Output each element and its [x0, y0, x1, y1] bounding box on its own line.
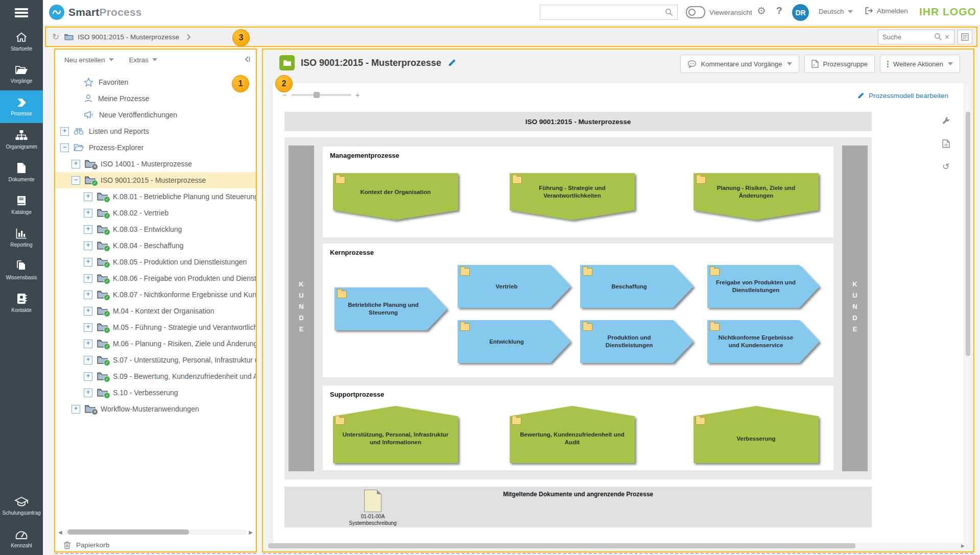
- tree-item-s-07-unterstützung-personal[interactable]: +✓S.07 - Unterstützung, Personal, Infras…: [55, 352, 256, 368]
- zoom-in-icon[interactable]: +: [355, 90, 360, 99]
- breadcrumb[interactable]: ISO 9001:2015 - Musterprozesse: [64, 33, 179, 41]
- collapse-panel-icon[interactable]: [244, 56, 251, 63]
- process-shape[interactable]: Kontext der Organisation: [333, 173, 458, 220]
- edit-process-model-link[interactable]: Prozessmodell bearbeiten: [857, 91, 948, 100]
- tree-item-m-05-führung-strategie-und[interactable]: +✓M.05 - Führung - Strategie und Verantw…: [55, 319, 256, 335]
- tree-item-favoriten[interactable]: Favoriten: [55, 74, 256, 90]
- expand-plus-icon[interactable]: +: [84, 323, 92, 332]
- sidebar-item-prozesse[interactable]: Prozesse: [0, 90, 43, 123]
- scroll-right-icon[interactable]: ▶: [961, 543, 965, 548]
- process-shape[interactable]: Nichtkonforme Ergebnisse und Kundenservi…: [707, 320, 820, 363]
- settings-gear-icon[interactable]: ⚙: [757, 5, 766, 17]
- scrollbar-thumb[interactable]: [966, 112, 970, 356]
- sidebar-item-kennzahl[interactable]: Kennzahl: [0, 522, 43, 555]
- process-shape[interactable]: Verbesserung: [694, 406, 819, 463]
- sidebar-item-kontakte[interactable]: Kontakte: [0, 286, 43, 319]
- user-avatar[interactable]: DR: [792, 4, 809, 21]
- language-selector[interactable]: Deutsch: [819, 8, 853, 15]
- tree-item-workflow-musteranwendungen[interactable]: +✕Workflow-Musteranwendungen: [55, 401, 256, 417]
- hamburger-menu-icon[interactable]: [0, 0, 43, 25]
- sidebar-item-kataloge[interactable]: Kataloge: [0, 188, 43, 221]
- tree-item-iso-14001-musterprozesse[interactable]: +✕ISO 14001 - Musterprozesse: [55, 156, 256, 172]
- zoom-slider-track[interactable]: [291, 94, 351, 96]
- process-shape[interactable]: Bewertung, Kundenzufriedenheit und Audit: [510, 406, 635, 463]
- expand-plus-icon[interactable]: +: [84, 307, 92, 316]
- tree-item-m-06-planung-risiken-ziel[interactable]: +✓M.06 - Planung - Risiken, Ziele und Än…: [55, 335, 256, 352]
- sidebar-item-vorgänge[interactable]: Vorgänge: [0, 58, 43, 90]
- extras-menu[interactable]: Extras: [129, 56, 157, 64]
- create-new-menu[interactable]: Neu erstellen: [64, 56, 114, 64]
- zoom-slider-handle[interactable]: [314, 92, 320, 98]
- expand-plus-icon[interactable]: +: [71, 160, 80, 168]
- comments-processes-button[interactable]: Kommentare und Vorgänge: [680, 55, 799, 73]
- sidebar-item-reporting[interactable]: Reporting: [0, 221, 43, 254]
- sidebar-item-startseite[interactable]: Startseite: [0, 25, 43, 58]
- process-shape[interactable]: Führung - Strategie und Verantwortlichke…: [510, 173, 635, 220]
- global-search-input[interactable]: [540, 9, 661, 16]
- sidebar-item-dokumente[interactable]: Dokumente: [0, 156, 43, 188]
- tree-item-k-08-06-freigabe-von-produkt[interactable]: +✓K.08.06 - Freigabe von Produkten und D…: [55, 270, 256, 286]
- tree-item-m-04-kontext-der-organisatio[interactable]: +✓M.04 - Kontext der Organisation: [55, 303, 256, 319]
- scroll-right-icon[interactable]: ▶: [249, 529, 253, 535]
- tree-item-k-08-05-produktion-und-diens[interactable]: +✓K.08.05 - Produktion und Dienstleistun…: [55, 254, 256, 270]
- expand-plus-icon[interactable]: +: [84, 340, 92, 348]
- scroll-left-icon[interactable]: ◀: [58, 529, 62, 535]
- expand-plus-icon[interactable]: +: [84, 192, 92, 201]
- tree-item-s-09-bewertung-kundenzufrie[interactable]: +✓S.09 - Bewertung, Kundenzufriedenheit …: [55, 368, 256, 384]
- expand-plus-icon[interactable]: +: [84, 274, 92, 283]
- horizontal-scrollbar[interactable]: ▶: [267, 543, 966, 549]
- sidebar-item-wissensbasis[interactable]: Wissensbasis: [0, 254, 43, 286]
- tree-horizontal-scrollbar[interactable]: ◀ ▶: [58, 528, 253, 536]
- process-shape[interactable]: Betriebliche Planung und Steuerung: [334, 287, 447, 330]
- tree-item-iso-9001-2015-musterprozesse[interactable]: −✓ISO 9001:2015 - Musterprozesse: [55, 172, 256, 188]
- expand-plus-icon[interactable]: +: [84, 242, 92, 250]
- process-shape[interactable]: Vertrieb: [458, 265, 571, 308]
- refresh-icon[interactable]: ↻: [52, 32, 59, 42]
- expand-plus-icon[interactable]: +: [84, 209, 92, 218]
- expand-plus-icon[interactable]: +: [84, 291, 92, 299]
- sidebar-item-schulungsantrag[interactable]: Schulungsantrag: [0, 490, 43, 522]
- wrench-icon[interactable]: [941, 117, 950, 126]
- scrollbar-thumb[interactable]: [67, 529, 189, 535]
- tree-item-s-10-verbesserung[interactable]: +✓S.10 - Verbesserung: [55, 384, 256, 401]
- process-shape[interactable]: Unterstützung, Personal, Infrastruktur u…: [333, 406, 458, 463]
- viewer-mode-toggle[interactable]: Vieweransicht: [686, 6, 752, 18]
- clear-search-icon[interactable]: ✕: [943, 33, 954, 41]
- sidebar-item-organigramm[interactable]: Organigramm: [0, 123, 43, 156]
- expand-plus-icon[interactable]: +: [84, 258, 92, 267]
- tree-item-k-08-01-betriebliche-planung[interactable]: +✓K.08.01 - Betriebliche Planung und Ste…: [55, 188, 256, 205]
- trash-item[interactable]: Papierkorb: [63, 541, 109, 549]
- more-actions-button[interactable]: Weitere Aktionen: [880, 55, 960, 73]
- logout-button[interactable]: Abmelden: [865, 7, 908, 15]
- process-shape[interactable]: Planung - Risiken, Ziele und Änderungen: [694, 173, 819, 220]
- tree-item-meine-prozesse[interactable]: Meine Prozesse: [55, 90, 256, 107]
- process-shape[interactable]: Freigabe von Produkten und Dienstleistun…: [707, 265, 820, 308]
- chevron-right-icon[interactable]: [186, 34, 191, 40]
- edit-title-pencil-icon[interactable]: [447, 58, 457, 67]
- search-icon[interactable]: [934, 33, 942, 41]
- collapse-minus-icon[interactable]: −: [60, 143, 69, 152]
- process-group-button[interactable]: A Prozessgruppe: [804, 55, 875, 73]
- tree-item-k-08-02-vertrieb[interactable]: +✓K.08.02 - Vertrieb: [55, 205, 256, 221]
- expand-plus-icon[interactable]: +: [84, 356, 92, 365]
- tree-item-k-08-07-nichtkonforme-ergebn[interactable]: +✓K.08.07 - Nichtkonforme Ergebnisse und…: [55, 286, 256, 303]
- search-icon[interactable]: [665, 8, 673, 16]
- collapse-minus-icon[interactable]: −: [71, 176, 80, 185]
- expand-plus-icon[interactable]: +: [84, 389, 92, 397]
- tree-item-prozess-explorer[interactable]: −Prozess-Explorer: [55, 139, 256, 156]
- process-shape[interactable]: Beschaffung: [580, 265, 694, 308]
- toggle-panel-button[interactable]: [958, 30, 972, 44]
- expand-plus-icon[interactable]: +: [84, 225, 92, 234]
- scrollbar-thumb[interactable]: [268, 543, 855, 548]
- tree-item-k-08-03-entwicklung[interactable]: +✓K.08.03 - Entwicklung: [55, 221, 256, 237]
- tree-item-listen-und-reports[interactable]: +Listen und Reports: [55, 123, 256, 139]
- expand-plus-icon[interactable]: +: [71, 405, 80, 414]
- tree-item-neue-veröffentlichungen[interactable]: Neue Veröffentlichungen: [55, 107, 256, 123]
- tree-item-k-08-04-beschaffung[interactable]: +✓K.08.04 - Beschaffung: [55, 237, 256, 254]
- expand-plus-icon[interactable]: +: [60, 127, 69, 136]
- panel-search-input[interactable]: [878, 33, 933, 41]
- help-icon[interactable]: ?: [776, 5, 782, 16]
- pdf-export-icon[interactable]: [942, 139, 950, 148]
- vertical-scrollbar[interactable]: [965, 83, 971, 544]
- process-shape[interactable]: Produktion und Dienstleistungen: [580, 320, 694, 363]
